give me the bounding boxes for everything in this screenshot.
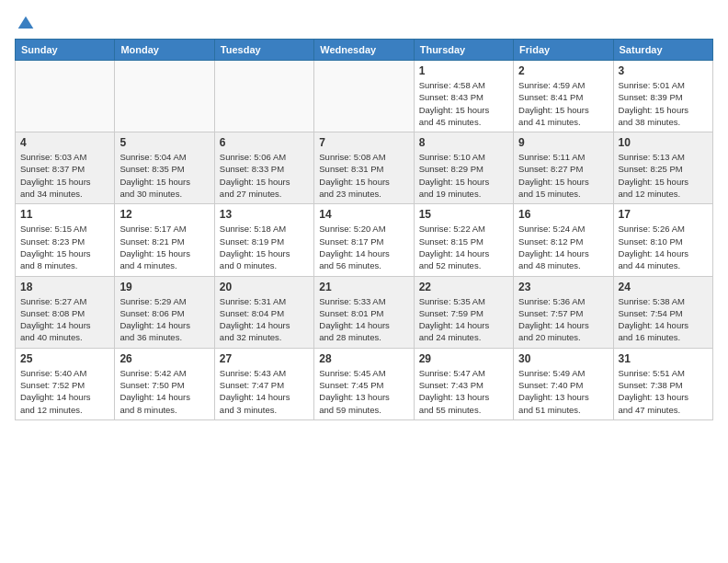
calendar-day-cell: 1Sunrise: 4:58 AM Sunset: 8:43 PM Daylig… <box>414 61 513 132</box>
day-number: 18 <box>20 281 109 293</box>
day-info: Sunrise: 5:22 AM Sunset: 8:15 PM Dayligh… <box>419 223 508 271</box>
day-number: 28 <box>319 352 408 365</box>
day-info: Sunrise: 5:36 AM Sunset: 7:57 PM Dayligh… <box>518 295 608 344</box>
calendar-day-cell: 14Sunrise: 5:20 AM Sunset: 8:17 PM Dayli… <box>314 204 414 276</box>
day-number: 23 <box>518 281 608 293</box>
calendar-day-cell: 18Sunrise: 5:27 AM Sunset: 8:08 PM Dayli… <box>16 276 115 348</box>
calendar-day-cell: 24Sunrise: 5:38 AM Sunset: 7:54 PM Dayli… <box>613 276 712 348</box>
calendar-week-row: 11Sunrise: 5:15 AM Sunset: 8:23 PM Dayli… <box>16 204 713 276</box>
calendar-day-cell: 15Sunrise: 5:22 AM Sunset: 8:15 PM Dayli… <box>414 204 513 276</box>
calendar-day-cell: 11Sunrise: 5:15 AM Sunset: 8:23 PM Dayli… <box>16 204 115 276</box>
logo-icon <box>17 15 35 33</box>
day-info: Sunrise: 5:03 AM Sunset: 8:37 PM Dayligh… <box>20 151 109 200</box>
calendar-header-monday: Monday <box>115 40 214 61</box>
day-number: 10 <box>619 136 708 149</box>
day-info: Sunrise: 5:33 AM Sunset: 8:01 PM Dayligh… <box>319 295 408 344</box>
day-number: 3 <box>619 64 708 77</box>
day-info: Sunrise: 5:38 AM Sunset: 7:54 PM Dayligh… <box>619 295 708 344</box>
calendar-day-cell: 31Sunrise: 5:51 AM Sunset: 7:38 PM Dayli… <box>613 348 712 419</box>
calendar-day-cell <box>314 61 414 132</box>
calendar-day-cell: 26Sunrise: 5:42 AM Sunset: 7:50 PM Dayli… <box>115 348 214 419</box>
day-info: Sunrise: 4:58 AM Sunset: 8:43 PM Dayligh… <box>419 79 508 128</box>
calendar-day-cell: 17Sunrise: 5:26 AM Sunset: 8:10 PM Dayli… <box>613 204 712 276</box>
calendar-day-cell <box>115 61 214 132</box>
day-number: 30 <box>518 352 608 365</box>
calendar-day-cell: 3Sunrise: 5:01 AM Sunset: 8:39 PM Daylig… <box>613 61 712 132</box>
day-info: Sunrise: 5:40 AM Sunset: 7:52 PM Dayligh… <box>20 367 109 416</box>
calendar-header-tuesday: Tuesday <box>214 40 313 61</box>
day-info: Sunrise: 5:49 AM Sunset: 7:40 PM Dayligh… <box>518 367 608 416</box>
calendar-day-cell: 4Sunrise: 5:03 AM Sunset: 8:37 PM Daylig… <box>16 132 115 204</box>
day-number: 13 <box>220 208 309 221</box>
calendar-day-cell: 29Sunrise: 5:47 AM Sunset: 7:43 PM Dayli… <box>414 348 513 419</box>
day-info: Sunrise: 5:11 AM Sunset: 8:27 PM Dayligh… <box>518 151 608 200</box>
day-info: Sunrise: 5:27 AM Sunset: 8:08 PM Dayligh… <box>20 295 109 344</box>
day-number: 19 <box>119 281 209 293</box>
day-info: Sunrise: 5:15 AM Sunset: 8:23 PM Dayligh… <box>20 223 109 271</box>
calendar-header-wednesday: Wednesday <box>314 40 414 61</box>
calendar-header-thursday: Thursday <box>414 40 513 61</box>
calendar-header-row: SundayMondayTuesdayWednesdayThursdayFrid… <box>16 40 713 61</box>
calendar-header-saturday: Saturday <box>613 40 712 61</box>
calendar-day-cell: 21Sunrise: 5:33 AM Sunset: 8:01 PM Dayli… <box>314 276 414 348</box>
calendar-day-cell: 12Sunrise: 5:17 AM Sunset: 8:21 PM Dayli… <box>115 204 214 276</box>
calendar-day-cell: 8Sunrise: 5:10 AM Sunset: 8:29 PM Daylig… <box>414 132 513 204</box>
calendar-day-cell: 19Sunrise: 5:29 AM Sunset: 8:06 PM Dayli… <box>115 276 214 348</box>
day-info: Sunrise: 5:47 AM Sunset: 7:43 PM Dayligh… <box>419 367 508 416</box>
calendar-header-sunday: Sunday <box>16 40 115 61</box>
day-info: Sunrise: 5:13 AM Sunset: 8:25 PM Dayligh… <box>619 151 708 200</box>
calendar-week-row: 1Sunrise: 4:58 AM Sunset: 8:43 PM Daylig… <box>16 61 713 132</box>
day-number: 7 <box>319 136 408 149</box>
day-number: 12 <box>119 208 209 221</box>
day-info: Sunrise: 5:45 AM Sunset: 7:45 PM Dayligh… <box>319 367 408 416</box>
day-info: Sunrise: 4:59 AM Sunset: 8:41 PM Dayligh… <box>518 79 608 128</box>
calendar-day-cell: 2Sunrise: 4:59 AM Sunset: 8:41 PM Daylig… <box>514 61 613 132</box>
day-info: Sunrise: 5:35 AM Sunset: 7:59 PM Dayligh… <box>419 295 508 344</box>
day-info: Sunrise: 5:31 AM Sunset: 8:04 PM Dayligh… <box>220 295 309 344</box>
day-number: 24 <box>619 281 708 293</box>
day-number: 21 <box>319 281 408 293</box>
day-number: 31 <box>619 352 708 365</box>
day-info: Sunrise: 5:10 AM Sunset: 8:29 PM Dayligh… <box>419 151 508 200</box>
day-number: 5 <box>119 136 209 149</box>
calendar-day-cell: 20Sunrise: 5:31 AM Sunset: 8:04 PM Dayli… <box>214 276 313 348</box>
day-info: Sunrise: 5:17 AM Sunset: 8:21 PM Dayligh… <box>119 223 209 271</box>
calendar-day-cell: 6Sunrise: 5:06 AM Sunset: 8:33 PM Daylig… <box>214 132 313 204</box>
calendar-header-friday: Friday <box>514 40 613 61</box>
day-number: 20 <box>220 281 309 293</box>
day-info: Sunrise: 5:51 AM Sunset: 7:38 PM Dayligh… <box>619 367 708 416</box>
day-info: Sunrise: 5:08 AM Sunset: 8:31 PM Dayligh… <box>319 151 408 200</box>
day-number: 27 <box>220 352 309 365</box>
calendar-day-cell: 25Sunrise: 5:40 AM Sunset: 7:52 PM Dayli… <box>16 348 115 419</box>
calendar-day-cell <box>214 61 313 132</box>
day-number: 1 <box>419 64 508 77</box>
calendar-day-cell: 30Sunrise: 5:49 AM Sunset: 7:40 PM Dayli… <box>514 348 613 419</box>
day-number: 9 <box>518 136 608 149</box>
day-info: Sunrise: 5:01 AM Sunset: 8:39 PM Dayligh… <box>619 79 708 128</box>
calendar-day-cell: 10Sunrise: 5:13 AM Sunset: 8:25 PM Dayli… <box>613 132 712 204</box>
day-info: Sunrise: 5:42 AM Sunset: 7:50 PM Dayligh… <box>119 367 209 416</box>
calendar-week-row: 18Sunrise: 5:27 AM Sunset: 8:08 PM Dayli… <box>16 276 713 348</box>
calendar-week-row: 25Sunrise: 5:40 AM Sunset: 7:52 PM Dayli… <box>16 348 713 419</box>
day-info: Sunrise: 5:06 AM Sunset: 8:33 PM Dayligh… <box>220 151 309 200</box>
calendar: SundayMondayTuesdayWednesdayThursdayFrid… <box>15 39 713 420</box>
calendar-day-cell: 5Sunrise: 5:04 AM Sunset: 8:35 PM Daylig… <box>115 132 214 204</box>
day-number: 14 <box>319 208 408 221</box>
day-info: Sunrise: 5:04 AM Sunset: 8:35 PM Dayligh… <box>119 151 209 200</box>
calendar-day-cell <box>16 61 115 132</box>
calendar-week-row: 4Sunrise: 5:03 AM Sunset: 8:37 PM Daylig… <box>16 132 713 204</box>
day-number: 25 <box>20 352 109 365</box>
svg-marker-0 <box>18 17 34 29</box>
calendar-day-cell: 16Sunrise: 5:24 AM Sunset: 8:12 PM Dayli… <box>514 204 613 276</box>
day-number: 15 <box>419 208 508 221</box>
day-number: 29 <box>419 352 508 365</box>
day-number: 22 <box>419 281 508 293</box>
day-number: 6 <box>220 136 309 149</box>
calendar-day-cell: 7Sunrise: 5:08 AM Sunset: 8:31 PM Daylig… <box>314 132 414 204</box>
day-info: Sunrise: 5:43 AM Sunset: 7:47 PM Dayligh… <box>220 367 309 416</box>
day-info: Sunrise: 5:24 AM Sunset: 8:12 PM Dayligh… <box>518 223 608 271</box>
calendar-day-cell: 22Sunrise: 5:35 AM Sunset: 7:59 PM Dayli… <box>414 276 513 348</box>
day-info: Sunrise: 5:26 AM Sunset: 8:10 PM Dayligh… <box>619 223 708 271</box>
day-number: 4 <box>20 136 109 149</box>
day-number: 17 <box>619 208 708 221</box>
